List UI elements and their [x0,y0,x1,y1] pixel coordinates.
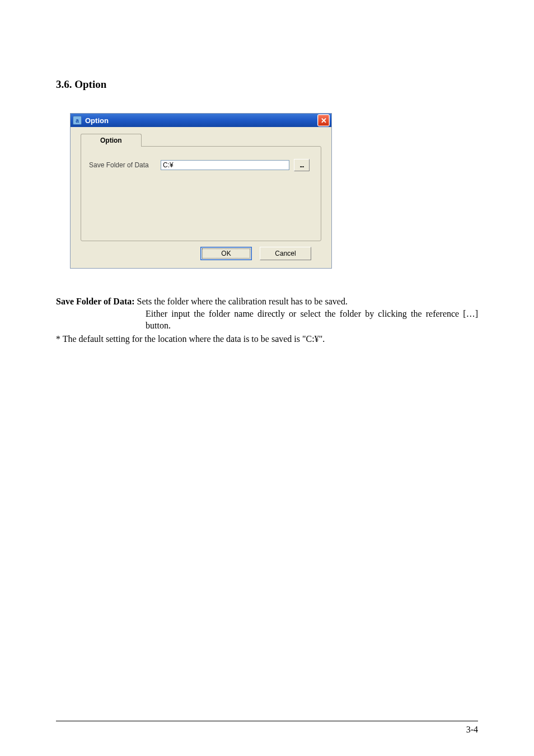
app-icon: a [73,116,82,125]
titlebar: a Option ✕ [71,114,331,127]
description-block: Save Folder of Data: Sets the folder whe… [56,295,478,345]
button-row: OK Cancel [81,241,321,260]
tab-row: Option [81,133,321,146]
option-dialog: a Option ✕ Option Save Folder of Data ..… [70,113,332,269]
ok-button[interactable]: OK [200,247,252,260]
description-text-2: Either input the folder name directly or… [56,308,478,332]
page-number: 3-4 [466,725,478,735]
save-folder-row: Save Folder of Data ... [89,159,313,171]
description-text-1: Sets the folder where the calibration re… [135,297,348,306]
section-heading: 3.6. Option [56,78,478,91]
save-folder-input[interactable] [161,160,289,170]
footer-rule [56,721,478,721]
save-folder-label: Save Folder of Data [89,161,161,169]
browse-button[interactable]: ... [294,159,310,171]
tab-option[interactable]: Option [81,134,142,147]
description-label: Save Folder of Data: [56,297,135,306]
tab-panel: Save Folder of Data ... [81,146,321,241]
description-note: * The default setting for the location w… [56,333,478,345]
dialog-body: Option Save Folder of Data ... OK Cancel [71,127,331,268]
cancel-button[interactable]: Cancel [260,247,311,260]
close-icon[interactable]: ✕ [317,114,330,126]
window-title: Option [85,116,317,125]
page: 3.6. Option a Option ✕ Option Save Folde… [0,0,534,756]
description-line-1: Save Folder of Data: Sets the folder whe… [56,295,478,308]
